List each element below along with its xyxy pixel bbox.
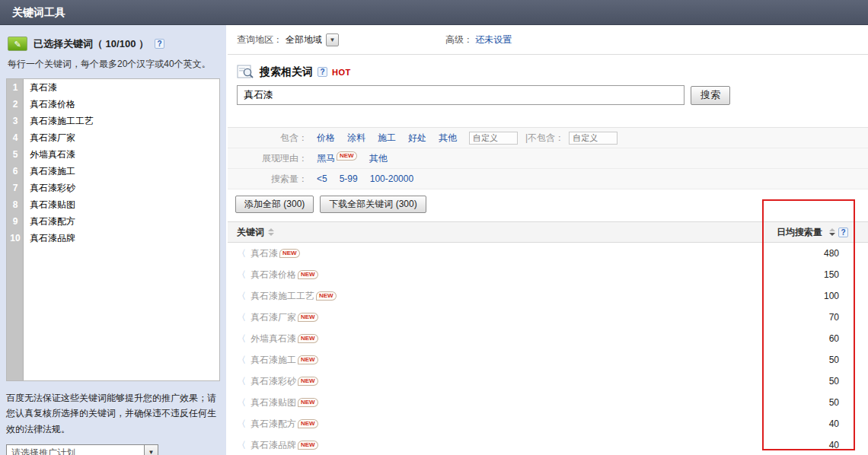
selected-keywords-panel: ✎ 已选择关键词（ 10/100 ） ? 每行一个关键词，每个最多20个汉字或4… <box>0 25 226 455</box>
line-number: 7 <box>7 180 24 196</box>
add-keyword-link[interactable]: 〈真石漆施工工艺NEW <box>237 290 337 303</box>
selected-keyword-line: 3真石漆施工工艺 <box>7 113 219 129</box>
new-badge: NEW <box>298 355 318 364</box>
exclude-custom-input[interactable] <box>569 132 617 145</box>
add-keyword-link[interactable]: 〈真石漆厂家NEW <box>237 311 318 324</box>
include-custom-input[interactable] <box>469 132 518 145</box>
result-keyword: 真石漆配方 <box>251 418 296 431</box>
help-icon[interactable]: ? <box>155 39 164 49</box>
region-dropdown-button[interactable]: ▼ <box>326 33 339 46</box>
help-icon[interactable]: ? <box>838 228 848 237</box>
help-icon[interactable]: ? <box>318 67 327 77</box>
results-table-header: 关键词 日均搜索量 ? <box>228 221 868 243</box>
add-keyword-link[interactable]: 〈真石漆NEW <box>237 247 300 260</box>
daily-search-volume: 70 <box>829 312 839 323</box>
new-badge: NEW <box>298 377 318 386</box>
volume-option-5-99[interactable]: 5-99 <box>340 173 358 184</box>
table-row: 〈外墙真石漆NEW 60 <box>228 328 868 349</box>
selected-keyword-text: 真石漆贴图 <box>30 199 75 210</box>
new-badge: NEW <box>316 291 337 301</box>
include-option-price[interactable]: 价格 <box>317 132 335 145</box>
reason-option-other[interactable]: 其他 <box>369 152 388 165</box>
campaign-select[interactable]: 请选择推广计划 ▼ <box>6 444 158 455</box>
daily-search-volume: 40 <box>829 440 839 450</box>
table-row: 〈真石漆NEW 480 <box>228 243 868 264</box>
region-value: 全部地域 <box>286 33 322 46</box>
add-left-arrow-icon: 〈 <box>237 311 246 324</box>
daily-search-volume: 480 <box>824 248 839 259</box>
search-page-icon <box>237 65 255 79</box>
table-row: 〈真石漆贴图NEW 50 <box>228 392 868 413</box>
volume-sort-icon[interactable] <box>829 228 835 236</box>
new-badge: NEW <box>279 249 300 258</box>
selected-keyword-text: 真石漆施工工艺 <box>30 116 94 126</box>
new-badge: NEW <box>298 441 318 450</box>
selected-keyword-line: 1真石漆 <box>7 79 219 96</box>
line-number: 3 <box>7 113 24 129</box>
keyword-sort-icon[interactable] <box>268 228 274 236</box>
volume-option-lt5[interactable]: <5 <box>317 173 327 184</box>
add-keyword-link[interactable]: 〈真石漆彩砂NEW <box>237 375 318 388</box>
volume-label: 搜索量： <box>228 173 308 186</box>
legal-disclaimer: 百度无法保证这些关键词能够提升您的推广效果；请您认真复核所选择的关键词，并确保违… <box>6 390 220 437</box>
page-title: 关键词工具 <box>12 6 65 18</box>
daily-search-volume: 50 <box>829 355 839 365</box>
add-all-button[interactable]: 添加全部 (300) <box>235 196 314 213</box>
daily-search-volume: 60 <box>829 333 839 344</box>
advanced-settings: 高级： 还未设置 <box>445 33 512 46</box>
line-number: 2 <box>7 96 24 113</box>
add-left-arrow-icon: 〈 <box>237 247 246 260</box>
add-keyword-link[interactable]: 〈真石漆贴图NEW <box>237 396 318 409</box>
download-all-button[interactable]: 下载全部关键词 (300) <box>320 196 426 213</box>
table-row: 〈真石漆品牌NEW 40 <box>228 434 868 455</box>
volume-option-100-20000[interactable]: 100-20000 <box>370 173 413 184</box>
selected-keyword-line: 5外墙真石漆 <box>7 146 219 163</box>
add-keyword-link[interactable]: 〈外墙真石漆NEW <box>237 332 318 345</box>
add-keyword-link[interactable]: 〈真石漆价格NEW <box>237 269 318 282</box>
add-left-arrow-icon: 〈 <box>237 418 246 431</box>
related-words-title: 搜索相关词 <box>260 65 313 79</box>
line-number: 4 <box>7 129 24 146</box>
include-option-construction[interactable]: 施工 <box>378 132 396 145</box>
selected-keyword-text: 真石漆 <box>30 82 57 93</box>
selected-keyword-text: 真石漆品牌 <box>30 233 75 243</box>
reason-filter-row: 展现理由： 黑马NEW 其他 <box>228 148 868 169</box>
new-badge: NEW <box>298 270 318 279</box>
line-number: 9 <box>7 213 24 230</box>
result-keyword: 真石漆 <box>251 247 278 260</box>
add-keyword-link[interactable]: 〈真石漆施工NEW <box>237 354 318 367</box>
line-number: 10 <box>7 230 24 247</box>
edit-keywords-icon: ✎ <box>8 37 27 51</box>
search-button[interactable]: 搜索 <box>691 86 730 105</box>
reason-darkhorse-text: 黑马 <box>317 153 335 164</box>
add-left-arrow-icon: 〈 <box>237 396 246 409</box>
chevron-down-icon[interactable]: ▼ <box>144 445 158 455</box>
bulk-actions-bar: 添加全部 (300) 下载全部关键词 (300) <box>228 189 868 219</box>
add-keyword-link[interactable]: 〈真石漆品牌NEW <box>237 439 318 452</box>
new-badge: NEW <box>337 151 357 161</box>
region-label: 查询地区： <box>237 33 282 46</box>
result-keyword: 外墙真石漆 <box>251 332 296 345</box>
selected-keyword-line: 8真石漆贴图 <box>7 196 219 213</box>
include-option-benefit[interactable]: 好处 <box>408 132 426 145</box>
include-option-other[interactable]: 其他 <box>439 132 457 145</box>
selected-keyword-line: 7真石漆彩砂 <box>7 180 219 196</box>
include-option-coating[interactable]: 涂料 <box>347 132 365 145</box>
related-words-header: 搜索相关词 ? HOT <box>228 55 868 84</box>
selected-keyword-line: 4真石漆厂家 <box>7 129 219 146</box>
hot-badge: HOT <box>332 68 351 77</box>
keyword-search-input[interactable] <box>237 85 685 105</box>
result-keyword: 真石漆彩砂 <box>251 375 296 388</box>
new-badge: NEW <box>298 334 318 343</box>
exclude-label: |不包含： <box>525 132 564 145</box>
advanced-settings-link[interactable]: 还未设置 <box>475 34 512 45</box>
result-keyword: 真石漆厂家 <box>251 311 296 324</box>
volume-column-header: 日均搜索量 <box>777 226 822 239</box>
daily-search-volume: 50 <box>829 376 839 387</box>
selected-keywords-textarea[interactable]: 1真石漆 2真石漆价格 3真石漆施工工艺 4真石漆厂家 5外墙真石漆 6真石漆施… <box>6 78 220 381</box>
include-filter-row: 包含： 价格 涂料 施工 好处 其他 |不包含： <box>228 128 868 148</box>
add-left-arrow-icon: 〈 <box>237 354 246 367</box>
daily-search-volume: 40 <box>829 418 839 429</box>
add-keyword-link[interactable]: 〈真石漆配方NEW <box>237 418 318 431</box>
reason-option-darkhorse[interactable]: 黑马NEW <box>317 151 357 165</box>
